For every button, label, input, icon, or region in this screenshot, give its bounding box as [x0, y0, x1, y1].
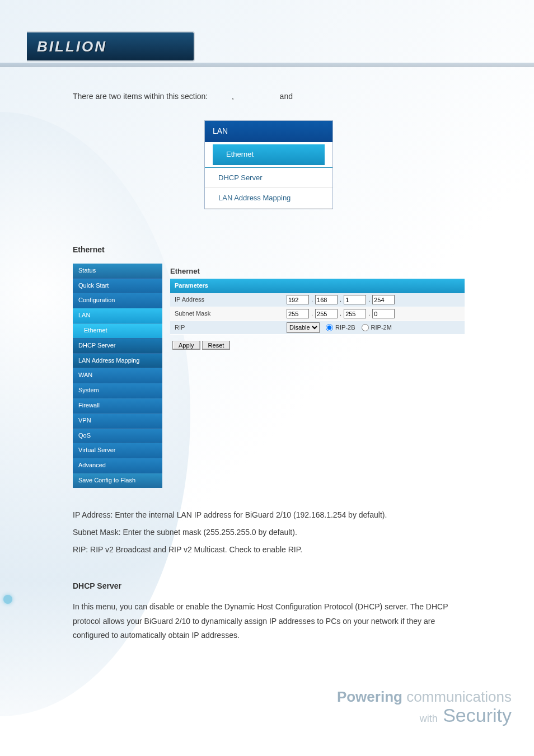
rip-2b-label: RIP-2B — [335, 322, 355, 334]
panel-title: Ethernet — [170, 264, 465, 279]
dot: . — [340, 308, 341, 320]
lan-menu-dhcp: DHCP Server — [205, 168, 332, 188]
sidenav-item[interactable]: Configuration — [73, 293, 162, 308]
sidenav-item[interactable]: Status — [73, 264, 162, 278]
slogan-security: Security — [443, 705, 512, 726]
ethernet-heading: Ethernet — [73, 243, 465, 257]
ethernet-description: IP Address: Enter the internal LAN IP ad… — [73, 508, 465, 557]
lan-menu-mapping: LAN Address Mapping — [205, 188, 332, 208]
ip-address-text: IP Address: Enter the internal LAN IP ad… — [73, 508, 465, 522]
sidenav-item[interactable]: Ethernet — [73, 323, 162, 338]
config-sidenav: StatusQuick StartConfigurationLANEtherne… — [73, 264, 162, 488]
dot: . — [368, 308, 370, 320]
lan-submenu-image: LAN Ethernet DHCP Server LAN Address Map… — [204, 120, 333, 209]
sidenav-item[interactable]: VPN — [73, 413, 162, 428]
ip-address-label: IP Address — [175, 294, 287, 306]
slogan-communications: communications — [406, 688, 512, 705]
sidenav-item[interactable]: QoS — [73, 428, 162, 443]
brand-logo: BILLION — [27, 31, 195, 62]
ip-octet-2[interactable] — [315, 295, 338, 304]
lan-menu-ethernet: Ethernet — [213, 144, 325, 165]
rip-select[interactable]: Disable — [287, 322, 320, 333]
rip-2m-radio[interactable] — [362, 324, 369, 331]
button-row: Apply Reset — [170, 335, 465, 357]
slogan-powering: Powering — [337, 688, 402, 705]
rip-2m-label: RIP-2M — [371, 322, 392, 334]
footer-slogan: Powering communications with Security — [337, 689, 512, 726]
dhcp-text: In this menu, you can disable or enable … — [73, 600, 465, 642]
mask-octet-2[interactable] — [315, 309, 338, 318]
mask-octet-3[interactable] — [344, 309, 366, 318]
rip-label: RIP — [175, 322, 287, 334]
ip-octet-1[interactable] — [287, 295, 309, 304]
dot: . — [311, 308, 313, 320]
lan-menu-title: LAN — [205, 121, 332, 142]
ip-octet-4[interactable] — [372, 295, 395, 304]
reset-button[interactable]: Reset — [202, 341, 231, 350]
sidenav-item[interactable]: Firewall — [73, 398, 162, 413]
decor-dot — [3, 595, 12, 604]
sidenav-item[interactable]: LAN — [73, 308, 162, 323]
sidenav-item[interactable]: Virtual Server — [73, 443, 162, 458]
sidenav-item[interactable]: LAN Address Mapping — [73, 353, 162, 368]
sidenav-item[interactable]: Quick Start — [73, 278, 162, 293]
sidenav-item[interactable]: Save Config to Flash — [73, 473, 162, 488]
document-content: There are two items within this section:… — [73, 90, 465, 646]
sidenav-item[interactable]: System — [73, 383, 162, 398]
subnet-mask-label: Subnet Mask — [175, 308, 287, 320]
intro-line: There are two items within this section:… — [73, 90, 465, 104]
sidenav-item[interactable]: WAN — [73, 368, 162, 383]
row-ip-address: IP Address . . . — [170, 293, 465, 307]
dhcp-description: In this menu, you can disable or enable … — [73, 600, 465, 642]
dot: . — [368, 294, 370, 306]
apply-button[interactable]: Apply — [172, 341, 200, 350]
mask-octet-4[interactable] — [372, 309, 395, 318]
mask-octet-1[interactable] — [287, 309, 309, 318]
ethernet-panel: Ethernet Parameters IP Address . . . Sub… — [170, 264, 465, 488]
rip-2b-radio[interactable] — [326, 324, 333, 331]
ip-octet-3[interactable] — [344, 295, 366, 304]
row-rip: RIP Disable RIP-2B RIP-2M — [170, 321, 465, 335]
slogan-with: with — [420, 713, 438, 724]
sidenav-item[interactable]: DHCP Server — [73, 338, 162, 353]
panel-section: Parameters — [170, 279, 465, 293]
intro-and: and — [280, 92, 293, 101]
dhcp-heading: DHCP Server — [73, 579, 465, 593]
dot: . — [311, 294, 313, 306]
sidenav-item[interactable]: Advanced — [73, 458, 162, 473]
brand-name: BILLION — [37, 38, 107, 55]
logo-underbar — [0, 63, 534, 67]
subnet-mask-text: Subnet Mask: Enter the subnet mask (255.… — [73, 525, 465, 539]
intro-pre: There are two items within this section: — [73, 92, 208, 101]
dot: . — [340, 294, 341, 306]
ethernet-config-screenshot: StatusQuick StartConfigurationLANEtherne… — [73, 264, 465, 488]
rip-text: RIP: RIP v2 Broadcast and RIP v2 Multica… — [73, 543, 465, 557]
row-subnet-mask: Subnet Mask . . . — [170, 307, 465, 321]
intro-comma: , — [232, 92, 234, 101]
